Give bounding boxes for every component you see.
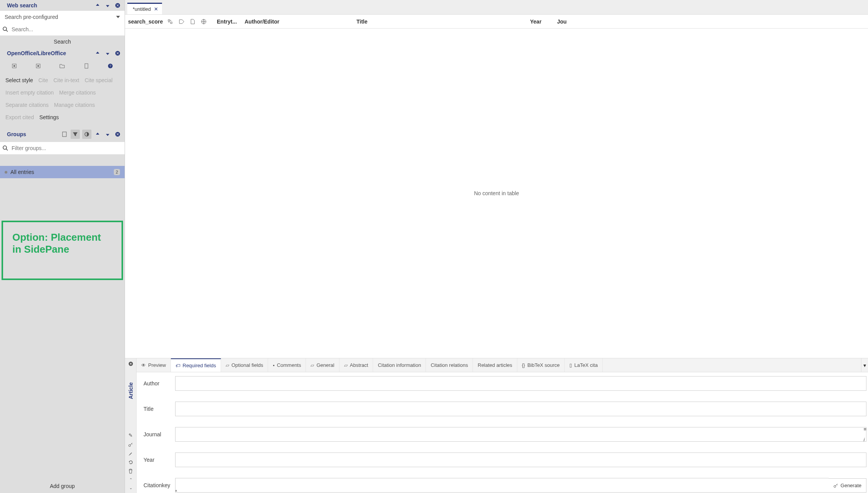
edit-icon[interactable]: ✎ — [128, 432, 133, 438]
merge-citations-link[interactable]: Merge citations — [59, 86, 101, 99]
cite-intext-link[interactable]: Cite in-text — [54, 74, 85, 86]
export-cited-link[interactable]: Export cited — [5, 111, 39, 123]
new-group-icon[interactable] — [61, 130, 68, 138]
svg-rect-15 — [171, 22, 172, 24]
field-title-row: Title — [144, 402, 866, 416]
groups-filter-row — [0, 142, 125, 154]
author-label: Author — [144, 380, 175, 387]
websearch-search-button[interactable]: Search — [0, 35, 125, 48]
insert-empty-citation-link[interactable]: Insert empty citation — [5, 86, 59, 99]
table-empty-label: No content in table — [474, 190, 519, 196]
groups-filter-input[interactable] — [10, 144, 122, 153]
group-count-badge: 2 — [114, 169, 120, 175]
preview-icon: 👁 — [141, 363, 146, 368]
author-field[interactable] — [175, 376, 866, 391]
websearch-header: Web search — [0, 0, 125, 11]
col-author[interactable]: Author/Editor — [241, 19, 353, 25]
tab-general[interactable]: ▱General — [306, 358, 339, 372]
add-group-button[interactable]: Add group — [0, 479, 125, 493]
col-title[interactable]: Title — [353, 19, 527, 25]
library-tab[interactable]: *untitled ✕ — [127, 3, 162, 14]
office-toolbar: ? — [0, 59, 125, 72]
svg-point-19 — [834, 485, 836, 487]
group-all-entries[interactable]: All entries 2 — [0, 166, 125, 178]
fields-icon: 🏷 — [176, 363, 180, 368]
page-icon[interactable] — [83, 62, 90, 69]
citationkey-field[interactable] — [175, 478, 829, 493]
svg-rect-14 — [168, 20, 170, 21]
prev-entry-icon[interactable]: ⌃ — [129, 478, 132, 482]
websearch-input-row — [0, 23, 125, 35]
tab-citation-info[interactable]: Citation information — [373, 358, 426, 372]
next-entry-icon[interactable]: ⌄ — [129, 486, 132, 490]
select-style-link[interactable]: Select style — [5, 74, 39, 86]
record-icon — [5, 171, 7, 174]
groups-controls — [61, 130, 122, 139]
manage-citations-link[interactable]: Manage citations — [54, 99, 100, 111]
tag-icon[interactable] — [179, 19, 184, 24]
tab-bibtex-source[interactable]: {}BibTeX source — [517, 358, 565, 372]
separate-citations-link[interactable]: Separate citations — [5, 99, 54, 111]
invert-icon[interactable] — [82, 130, 91, 139]
close-icon[interactable] — [115, 2, 121, 8]
websearch-title: Web search — [7, 2, 37, 8]
folder-icon[interactable] — [59, 62, 66, 69]
tab-abstract[interactable]: ▱Abstract — [339, 358, 373, 372]
journal-field[interactable] — [175, 427, 866, 442]
move-down-icon[interactable] — [105, 50, 111, 56]
cleanup-icon[interactable] — [128, 451, 133, 456]
svg-rect-7 — [85, 64, 88, 68]
editor-tabs: 👁Preview 🏷Required fields ▱Optional fiel… — [137, 358, 868, 372]
move-down-icon[interactable] — [104, 130, 111, 138]
tab-preview[interactable]: 👁Preview — [137, 358, 171, 372]
web-icon[interactable] — [201, 19, 206, 24]
col-entrytype[interactable]: Entryt... — [214, 19, 241, 25]
tab-optional-fields[interactable]: ▱Optional fields — [221, 358, 268, 372]
filter-icon[interactable] — [71, 130, 80, 139]
entry-type-label[interactable]: Article — [128, 382, 134, 399]
move-up-icon[interactable] — [95, 50, 101, 56]
websearch-source-dropdown[interactable]: Search pre-configured — [0, 11, 125, 23]
linked-icon[interactable] — [167, 19, 173, 24]
tag-icon: ▱ — [344, 363, 348, 368]
refresh-icon[interactable] — [128, 460, 133, 465]
tab-citation-relations[interactable]: Citation relations — [426, 358, 473, 372]
field-citationkey-row: Citationkey Generate — [144, 478, 866, 493]
move-down-icon[interactable] — [105, 2, 111, 8]
tab-required-fields[interactable]: 🏷Required fields — [171, 358, 221, 372]
doc-sync-icon[interactable] — [35, 62, 42, 69]
office-controls — [95, 50, 121, 56]
close-editor-icon[interactable] — [128, 361, 133, 366]
delete-icon[interactable] — [128, 469, 133, 474]
tab-comments[interactable]: ▪Comments — [268, 358, 306, 372]
entry-editor: Article ✎ ⌃ ⌄ 👁Preview 🏷Required fields … — [125, 358, 868, 493]
col-journal[interactable]: Jou — [554, 19, 577, 25]
close-tab-icon[interactable]: ✕ — [154, 6, 158, 12]
toggle-abbrev-icon[interactable]: ≡ — [863, 426, 866, 432]
help-icon[interactable]: ? — [107, 62, 114, 69]
tab-overflow-icon[interactable]: ▾ — [861, 358, 868, 372]
col-search-score[interactable]: search_score — [125, 19, 160, 25]
field-year-row: Year — [144, 452, 866, 467]
close-icon[interactable] — [115, 50, 121, 56]
settings-link[interactable]: Settings — [39, 111, 64, 123]
move-up-icon[interactable] — [94, 130, 101, 138]
tab-related-articles[interactable]: Related articles — [473, 358, 517, 372]
tab-latex-citation[interactable]: ▯LaTeX cita — [565, 358, 603, 372]
websearch-input[interactable] — [10, 25, 122, 34]
generate-key-button[interactable]: Generate — [829, 478, 866, 493]
title-label: Title — [144, 406, 175, 412]
cite-link[interactable]: Cite — [39, 74, 54, 86]
svg-rect-6 — [37, 65, 39, 67]
italic-icon[interactable]: i — [863, 437, 866, 442]
title-field[interactable] — [175, 402, 866, 416]
file-icon[interactable] — [191, 19, 195, 24]
key-icon[interactable] — [128, 442, 133, 447]
resize-handle-icon[interactable]: ▴ — [175, 488, 177, 492]
move-up-icon[interactable] — [95, 2, 101, 8]
cite-special-link[interactable]: Cite special — [84, 74, 118, 86]
year-field[interactable] — [175, 452, 866, 467]
col-year[interactable]: Year — [527, 19, 554, 25]
close-icon[interactable] — [114, 130, 122, 138]
doc-connect-icon[interactable] — [11, 62, 18, 69]
